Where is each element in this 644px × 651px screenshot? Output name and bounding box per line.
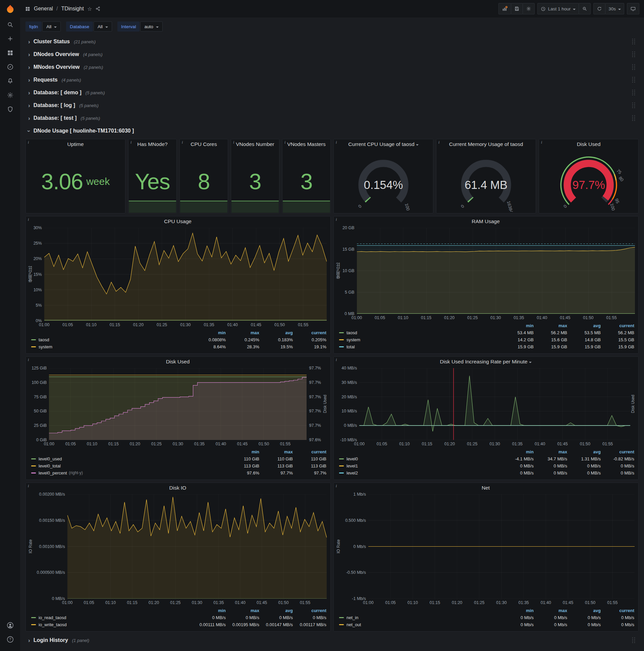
dashboard-row-dnodes-overview[interactable]: ›DNodes Overview(4 panels) [26, 48, 639, 60]
panel-title[interactable]: CPU Usage [28, 216, 328, 226]
legend-column-header[interactable]: max [259, 448, 293, 455]
row-drag-handle[interactable] [631, 76, 636, 83]
panel-info-icon[interactable]: i [541, 140, 542, 145]
legend-column-header[interactable]: max [226, 607, 259, 614]
panel-info-icon[interactable]: i [336, 358, 337, 363]
refresh-interval-dropdown[interactable]: 30s [605, 3, 624, 14]
create-plus-icon[interactable] [2, 32, 18, 45]
legend-series-name[interactable]: level0_percent(right-y) [31, 469, 226, 476]
panel-title[interactable]: VNodes Masters [282, 139, 330, 149]
panel-info-icon[interactable]: i [130, 140, 131, 145]
legend-column-header[interactable]: max [534, 322, 567, 329]
panel-title[interactable]: Net [336, 483, 636, 493]
dashboard-row-cluster-status[interactable]: ›Cluster Status(21 panels) [26, 36, 639, 48]
row-drag-handle[interactable] [631, 89, 636, 96]
legend-column-header[interactable]: avg [567, 322, 601, 329]
panel-title[interactable]: RAM Usage [336, 216, 636, 226]
legend-series-name[interactable]: net_in [339, 614, 500, 621]
dashboard-row-database-demo[interactable]: ›Database: [ demo ](5 panels) [26, 87, 639, 99]
legend-column-header[interactable]: avg [567, 448, 601, 455]
panel-info-icon[interactable]: i [336, 484, 337, 489]
legend-column-header[interactable]: current [293, 448, 326, 455]
legend-series-name[interactable]: total [339, 343, 500, 350]
dashboard-settings-button[interactable] [523, 3, 535, 14]
refresh-button[interactable] [593, 3, 605, 14]
chart-plot[interactable] [357, 228, 635, 314]
panel-title[interactable]: VNodes Number [231, 139, 279, 149]
server-admin-shield-icon[interactable] [2, 102, 18, 116]
chart-plot[interactable] [368, 494, 635, 599]
cycle-view-mode-button[interactable] [627, 3, 639, 14]
dashboard-row-requests[interactable]: ›Requests(4 panels) [26, 74, 639, 86]
dashboard-row-dnode-usage-huolinhe-tm1701-6030[interactable]: ›DNode Usage [ huolinhe-TM1701:6030 ] [26, 125, 639, 137]
variable-value-dropdown[interactable]: auto [140, 22, 162, 32]
panel-info-icon[interactable]: i [284, 140, 285, 145]
legend-series-name[interactable]: net_out [339, 621, 500, 628]
panel-title[interactable]: Has MNode? [128, 139, 176, 149]
legend-column-header[interactable]: min [500, 322, 534, 329]
save-dashboard-button[interactable] [511, 3, 523, 14]
legend-series-name[interactable]: level1 [339, 462, 500, 469]
panel-title[interactable]: Disk Used [28, 357, 328, 367]
time-range-picker[interactable]: Last 1 hour [537, 3, 579, 14]
zoom-out-time-button[interactable] [579, 3, 591, 14]
panel-title[interactable]: CPU Cores [180, 139, 228, 149]
panel-info-icon[interactable]: i [182, 140, 183, 145]
dashboard-row-mnodes-overview[interactable]: ›MNodes Overview(2 panels) [26, 61, 639, 73]
panel-title[interactable]: Uptime [26, 139, 125, 149]
legend-series-name[interactable]: level0_used [31, 455, 226, 462]
row-drag-handle[interactable] [631, 102, 636, 109]
row-drag-handle[interactable] [631, 64, 636, 70]
legend-series-name[interactable]: level0 [339, 455, 500, 462]
grafana-logo[interactable] [6, 0, 15, 18]
legend-column-header[interactable]: min [192, 329, 226, 336]
dashboard-grid-icon[interactable] [25, 6, 31, 12]
user-avatar[interactable] [2, 618, 18, 632]
panel-title[interactable]: Disk Used Increasing Rate per Minute [336, 357, 636, 367]
legend-column-header[interactable]: max [534, 607, 567, 614]
legend-column-header[interactable]: min [500, 448, 534, 455]
chart-plot[interactable] [49, 368, 307, 440]
legend-column-header[interactable]: current [601, 607, 634, 614]
panel-info-icon[interactable]: i [28, 484, 29, 489]
search-icon[interactable] [2, 18, 18, 32]
breadcrumb-folder[interactable]: General [34, 6, 53, 12]
legend-column-header[interactable]: min [226, 448, 259, 455]
panel-info-icon[interactable]: i [28, 217, 29, 222]
explore-compass-icon[interactable] [2, 60, 18, 74]
row-drag-handle[interactable] [631, 51, 636, 58]
legend-series-name[interactable]: system [31, 343, 192, 350]
legend-series-name[interactable]: level0_total [31, 462, 226, 469]
dashboard-row-login-history[interactable]: ›Login History(1 panel) [26, 634, 639, 646]
legend-column-header[interactable]: current [601, 322, 634, 329]
share-icon[interactable] [95, 6, 101, 11]
panel-title[interactable]: Disk Used [539, 139, 638, 149]
dashboard-row-database-test[interactable]: ›Database: [ test ](5 panels) [26, 112, 639, 124]
legend-series-name[interactable]: io_read_taosd [31, 614, 192, 621]
panel-info-icon[interactable]: i [233, 140, 234, 145]
panel-title[interactable]: Current Memory Usage of taosd [437, 139, 536, 149]
chart-plot[interactable] [67, 494, 327, 599]
panel-info-icon[interactable]: i [439, 140, 440, 145]
legend-column-header[interactable]: current [601, 448, 634, 455]
legend-column-header[interactable]: current [293, 329, 326, 336]
variable-value-dropdown[interactable]: All [94, 22, 112, 32]
legend-series-name[interactable]: io_write_taosd [31, 621, 192, 628]
help-icon[interactable]: ? [2, 632, 18, 646]
dashboard-row-database-log[interactable]: ›Database: [ log ](5 panels) [26, 99, 639, 112]
panel-info-icon[interactable]: i [336, 140, 337, 145]
star-icon[interactable]: ☆ [87, 6, 92, 12]
row-drag-handle[interactable] [631, 38, 636, 45]
legend-column-header[interactable]: avg [567, 607, 601, 614]
breadcrumb-dashboard[interactable]: TDinsight [61, 6, 84, 12]
legend-column-header[interactable]: avg [259, 607, 293, 614]
add-panel-button[interactable] [498, 3, 511, 14]
panel-info-icon[interactable]: i [28, 140, 29, 145]
chart-plot[interactable] [44, 228, 327, 321]
legend-column-header[interactable]: max [226, 329, 259, 336]
legend-series-name[interactable]: taosd [31, 336, 192, 343]
legend-series-name[interactable]: level2 [339, 469, 500, 476]
legend-column-header[interactable]: avg [259, 329, 293, 336]
panel-info-icon[interactable]: i [336, 217, 337, 222]
legend-series-name[interactable]: system [339, 336, 500, 343]
